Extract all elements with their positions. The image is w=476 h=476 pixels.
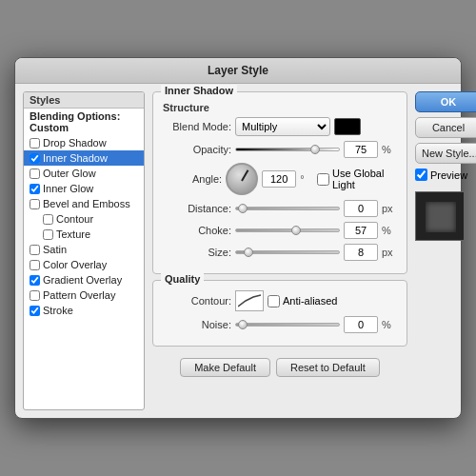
opacity-label: Opacity: — [163, 144, 231, 155]
layer-style-dialog: Layer Style Styles Blending Options: Cus… — [14, 57, 462, 419]
gradient-overlay-checkbox[interactable] — [30, 275, 40, 286]
opacity-slider-thumb[interactable] — [310, 145, 320, 154]
size-slider-thumb[interactable] — [244, 248, 253, 257]
stroke-checkbox[interactable] — [30, 306, 40, 316]
styles-item-bevel-emboss[interactable]: Bevel and Emboss — [24, 196, 144, 211]
size-row: Size: px — [163, 244, 397, 261]
opacity-row: Opacity: % — [163, 141, 397, 158]
choke-slider-thumb[interactable] — [291, 226, 301, 235]
quality-section-title: Quality — [161, 273, 204, 285]
global-light-checkbox[interactable] — [317, 173, 329, 186]
size-input[interactable] — [344, 244, 378, 261]
contour-checkbox[interactable] — [43, 214, 53, 225]
preview-swatch — [415, 191, 465, 241]
inner-shadow-section-title: Inner Shadow — [161, 85, 237, 96]
blend-mode-row: Blend Mode: Multiply Normal Screen Overl… — [163, 117, 397, 136]
styles-item-outer-glow[interactable]: Outer Glow — [24, 166, 144, 181]
action-buttons-panel: OK Cancel New Style... Preview — [415, 91, 476, 410]
choke-input[interactable] — [344, 222, 378, 239]
bevel-emboss-checkbox[interactable] — [30, 199, 40, 209]
contour-label: Contour: — [163, 295, 231, 307]
stroke-label: Stroke — [43, 305, 73, 316]
pattern-overlay-checkbox[interactable] — [30, 290, 40, 301]
inner-shadow-checkbox[interactable] — [30, 153, 40, 164]
size-unit: px — [382, 247, 397, 258]
opacity-input[interactable] — [344, 141, 378, 158]
inner-shadow-label: Inner Shadow — [43, 152, 108, 164]
drop-shadow-checkbox[interactable] — [30, 138, 40, 149]
styles-item-stroke[interactable]: Stroke — [24, 303, 144, 318]
pattern-overlay-label: Pattern Overlay — [43, 289, 115, 301]
styles-panel-header: Styles — [24, 92, 144, 109]
noise-slider-thumb[interactable] — [238, 320, 248, 329]
styles-item-drop-shadow[interactable]: Drop Shadow — [24, 135, 144, 150]
structure-label: Structure — [163, 102, 397, 113]
distance-row: Distance: px — [163, 200, 397, 217]
angle-dial[interactable] — [226, 163, 258, 195]
inner-shadow-content: Structure Blend Mode: Multiply Normal Sc… — [163, 92, 397, 261]
opacity-slider-track[interactable] — [235, 148, 340, 151]
styles-item-contour[interactable]: Contour — [24, 211, 144, 227]
noise-row: Noise: % — [163, 316, 397, 333]
styles-item-blending-options[interactable]: Blending Options: Custom — [24, 109, 144, 135]
satin-checkbox[interactable] — [30, 245, 40, 255]
outer-glow-label: Outer Glow — [43, 168, 96, 179]
preview-inner-swatch — [426, 202, 456, 232]
styles-item-gradient-overlay[interactable]: Gradient Overlay — [24, 272, 144, 288]
styles-item-inner-glow[interactable]: Inner Glow — [24, 181, 144, 196]
contour-thumbnail[interactable] — [235, 290, 264, 311]
drop-shadow-label: Drop Shadow — [43, 137, 107, 149]
size-label: Size: — [163, 247, 231, 258]
inner-glow-checkbox[interactable] — [30, 184, 40, 194]
make-default-button[interactable]: Make Default — [180, 358, 270, 377]
angle-input[interactable] — [262, 170, 296, 188]
noise-slider-track[interactable] — [235, 323, 340, 327]
contour-label: Contour — [56, 213, 93, 225]
anti-alias-label: Anti-aliased — [283, 295, 337, 307]
choke-unit: % — [382, 225, 397, 236]
outer-glow-checkbox[interactable] — [30, 169, 40, 179]
bevel-emboss-label: Bevel and Emboss — [43, 198, 130, 209]
styles-item-pattern-overlay[interactable]: Pattern Overlay — [24, 288, 144, 303]
noise-input[interactable] — [344, 316, 378, 333]
styles-item-texture[interactable]: Texture — [24, 227, 144, 242]
inner-glow-label: Inner Glow — [43, 183, 93, 194]
bottom-buttons: Make Default Reset to Default — [152, 358, 407, 377]
preview-row: Preview — [415, 169, 476, 181]
styles-item-color-overlay[interactable]: Color Overlay — [24, 257, 144, 272]
gradient-overlay-label: Gradient Overlay — [43, 274, 122, 286]
blend-mode-label: Blend Mode: — [163, 121, 231, 132]
styles-list: Blending Options: Custom Drop Shadow Inn… — [24, 109, 144, 318]
distance-slider-thumb[interactable] — [238, 204, 248, 213]
dialog-title: Layer Style — [208, 64, 268, 77]
cancel-button[interactable]: Cancel — [415, 117, 476, 138]
distance-slider-track[interactable] — [235, 207, 340, 210]
color-overlay-checkbox[interactable] — [30, 260, 40, 270]
choke-slider-track[interactable] — [235, 228, 340, 232]
styles-panel: Styles Blending Options: Custom Drop Sha… — [23, 91, 145, 410]
preview-checkbox[interactable] — [415, 169, 427, 181]
contour-row: Contour: Anti-aliased — [163, 290, 397, 311]
blending-options-label: Blending Options: Custom — [30, 110, 138, 133]
reset-to-default-button[interactable]: Reset to Default — [276, 358, 380, 377]
quality-content: Contour: Anti-aliased Nois — [163, 281, 397, 333]
blend-color-swatch[interactable] — [334, 118, 361, 135]
size-slider-track[interactable] — [235, 250, 340, 254]
angle-unit: ° — [300, 173, 313, 185]
distance-unit: px — [382, 203, 397, 214]
ok-button[interactable]: OK — [415, 91, 476, 112]
color-overlay-label: Color Overlay — [43, 259, 107, 270]
noise-unit: % — [382, 319, 397, 330]
new-style-button[interactable]: New Style... — [415, 143, 476, 164]
dialog-body: Styles Blending Options: Custom Drop Sha… — [15, 84, 461, 418]
blend-mode-select[interactable]: Multiply Normal Screen Overlay — [235, 117, 330, 136]
anti-alias-checkbox[interactable] — [268, 295, 280, 307]
texture-label: Texture — [56, 228, 90, 240]
styles-item-inner-shadow[interactable]: Inner Shadow — [24, 150, 144, 166]
preview-label: Preview — [430, 169, 467, 181]
styles-item-satin[interactable]: Satin — [24, 242, 144, 257]
texture-checkbox[interactable] — [43, 229, 53, 240]
global-light-label: Use Global Light — [332, 168, 397, 190]
noise-label: Noise: — [163, 319, 231, 330]
distance-input[interactable] — [344, 200, 378, 217]
